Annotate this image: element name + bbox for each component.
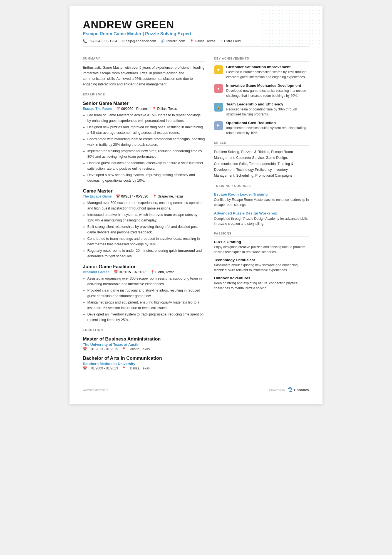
star-icon: ☆	[220, 39, 223, 43]
achievements-label: KEY ACHIEVEMENTS	[214, 57, 309, 61]
dates-2: 📅 08/2017 - 05/2020	[116, 194, 148, 198]
footer-brand: Powered by Enhancv	[269, 387, 309, 393]
bullet-3-4: Developed an inventory system to track p…	[87, 312, 205, 323]
passions-section: PASSIONS Puzzle Crafting Enjoy designing…	[214, 232, 309, 291]
job-bullets-3: Assisted in organizing over 300 escape r…	[83, 276, 205, 323]
email-icon: ✉	[122, 39, 125, 43]
edu-mba: Master of Business Administration The Un…	[83, 336, 205, 351]
experience-label: EXPERIENCE	[83, 93, 205, 97]
course-2: Advanced Puzzle Design Workshop Complete…	[214, 211, 309, 226]
education-section: EDUCATION Master of Business Administrat…	[83, 328, 205, 370]
bullet-2-5: Regularly reset rooms in under 20 minute…	[87, 248, 205, 259]
achievement-icon-flag: ⚑	[214, 121, 223, 130]
training-section: TRAINING / COURSES Escape Room Leader Tr…	[214, 184, 309, 226]
location-2: 📍 Grapevine, Texas	[153, 194, 183, 198]
contact-bar: 📞 +1-(234)-555-1234 ✉ help@enhancv.com 🔗…	[83, 39, 309, 47]
passion-title-3: Outdoor Adventures	[214, 276, 309, 280]
achievement-title-4: Operational Cost Reduction	[226, 121, 309, 125]
achievements-section: KEY ACHIEVEMENTS ★ Customer Satisfaction…	[214, 57, 309, 135]
bullet-3-1: Assisted in organizing over 300 escape r…	[87, 276, 205, 287]
summary-label: SUMMARY	[83, 57, 205, 61]
main-content: SUMMARY Enthusiastic Game Master with ov…	[83, 51, 309, 375]
pin-icon-1: 📍	[152, 107, 156, 111]
dates-1: 📅 06/2020 - Present	[116, 107, 148, 111]
achievement-title-1: Customer Satisfaction Improvement	[226, 65, 309, 69]
achievement-3: 🔒 Team Leadership and Efficiency Reduced…	[214, 102, 309, 117]
achievement-icon-shield: 🔒	[214, 103, 223, 112]
bullet-2-4: Contributed to team meetings and propose…	[87, 236, 205, 247]
job-meta-3: Breakout Games 📅 01/2015 - 07/2017 📍 Pla…	[83, 270, 205, 274]
training-label: TRAINING / COURSES	[214, 184, 309, 189]
degree-2: Bachelor of Arts in Communication	[83, 356, 205, 361]
achievement-desc-4: Implemented new scheduling system reduci…	[226, 125, 309, 135]
achievement-icon-star: ★	[214, 65, 223, 74]
contact-location: 📍 Dallas, Texas	[190, 39, 215, 43]
course-desc-1: Certified by Escape Room Masterclass to …	[214, 197, 309, 207]
contact-website: 🔗 linkedin.com	[160, 39, 185, 43]
job-senior-game-master: Senior Game Master Escape The Room 📅 06/…	[83, 101, 205, 183]
education-label: EDUCATION	[83, 328, 205, 333]
passion-desc-3: Keen on hiking and exploring nature, con…	[214, 281, 309, 291]
footer: www.enhancv.com Powered by Enhancv	[83, 384, 309, 393]
bullet-2-2: Introduced creative hint systems, which …	[87, 212, 205, 223]
course-1: Escape Room Leader Training Certified by…	[214, 192, 309, 207]
bullet-1-1: Led team of Game Masters to achieve a 15…	[87, 112, 205, 124]
passion-desc-1: Enjoy designing creative puzzles and see…	[214, 245, 309, 255]
calendar-icon-1: 📅	[116, 107, 120, 111]
calendar-icon-2: 📅	[116, 194, 120, 198]
contact-email: ✉ help@enhancv.com	[122, 39, 156, 43]
contact-phone: 📞 +1-(234)-555-1234	[83, 39, 117, 43]
location-icon: 📍	[190, 39, 194, 43]
job-meta-1: Escape The Room 📅 06/2020 - Present 📍 Da…	[83, 107, 205, 111]
edu-calendar-icon-2: 📅	[83, 366, 87, 370]
achievement-desc-2: Developed new game mechanics resulting i…	[226, 88, 309, 98]
school-2: Southern Methodist University	[83, 362, 205, 366]
achievement-2: ♥ Innovative Game Mechanics Development …	[214, 83, 309, 98]
achievement-desc-3: Reduced team onboarding time by 30% thro…	[226, 107, 309, 117]
contact-extra: ☆ Extra Field	[220, 39, 241, 43]
passion-3: Outdoor Adventures Keen on hiking and ex…	[214, 276, 309, 291]
candidate-name: ANDREW GREEN	[83, 19, 309, 31]
job-bullets-1: Led team of Game Masters to achieve a 15…	[83, 112, 205, 183]
job-junior-facilitator: Junior Game Facilitator Breakout Games 📅…	[83, 264, 205, 323]
enhancv-logo: Enhancv	[287, 387, 309, 393]
achievement-4: ⚑ Operational Cost Reduction Implemented…	[214, 121, 309, 135]
passions-label: PASSIONS	[214, 232, 309, 236]
edu-ba: Bachelor of Arts in Communication Southe…	[83, 356, 205, 370]
company-3: Breakout Games	[83, 270, 109, 274]
school-1: The University of Texas at Austin	[83, 342, 205, 347]
bullet-1-2: Designed new puzzles and improved existi…	[87, 124, 205, 135]
job-meta-2: The Escape Game 📅 08/2017 - 05/2020 📍 Gr…	[83, 194, 205, 198]
bullet-2-3: Built strong client relationships by pro…	[87, 224, 205, 235]
job-title-2: Game Master	[83, 188, 205, 194]
job-bullets-2: Managed over 500 escape room experiences…	[83, 200, 205, 259]
achievement-1: ★ Customer Satisfaction Improvement Elev…	[214, 65, 309, 80]
summary-text: Enthusiastic Game Master with over 5 yea…	[83, 65, 205, 87]
phone-icon: 📞	[83, 39, 87, 43]
course-title-2: Advanced Puzzle Design Workshop	[214, 211, 309, 215]
header: ANDREW GREEN Escape Room Game Master | P…	[83, 19, 309, 47]
right-column: KEY ACHIEVEMENTS ★ Customer Satisfaction…	[214, 51, 309, 375]
achievement-title-3: Team Leadership and Efficiency	[226, 102, 309, 106]
location-1: 📍 Dallas, Texas	[152, 107, 177, 111]
edu-meta-1: 📅 01/2013 - 01/2015 📍 Austin, Texas	[83, 347, 205, 351]
footer-website: www.enhancv.com	[83, 388, 108, 391]
pin-icon-2: 📍	[153, 194, 157, 198]
passion-title-2: Technology Enthusiast	[214, 258, 309, 262]
passion-desc-2: Passionate about exploring new software …	[214, 263, 309, 273]
passion-2: Technology Enthusiast Passionate about e…	[214, 258, 309, 273]
calendar-icon-3: 📅	[114, 270, 118, 274]
edu-calendar-icon-1: 📅	[83, 347, 87, 351]
experience-section: EXPERIENCE Senior Game Master Escape The…	[83, 93, 205, 323]
location-3: 📍 Plano, Texas	[150, 270, 175, 274]
bullet-3-2: Provided clear game instructions and sto…	[87, 288, 205, 299]
bullet-3-3: Maintained props and equipment, ensuring…	[87, 300, 205, 311]
skills-text: Problem Solving, Puzzles & Riddles, Esca…	[214, 149, 309, 179]
course-title-1: Escape Room Leader Training	[214, 192, 309, 196]
bullet-1-5: Handled guest inquiries and feedback eff…	[87, 160, 205, 171]
bullet-1-3: Coordinated with marketing team to creat…	[87, 136, 205, 147]
passion-title-1: Puzzle Crafting	[214, 240, 309, 244]
company-2: The Escape Game	[83, 194, 111, 198]
job-game-master: Game Master The Escape Game 📅 08/2017 - …	[83, 188, 205, 259]
bullet-2-1: Managed over 500 escape room experiences…	[87, 200, 205, 211]
